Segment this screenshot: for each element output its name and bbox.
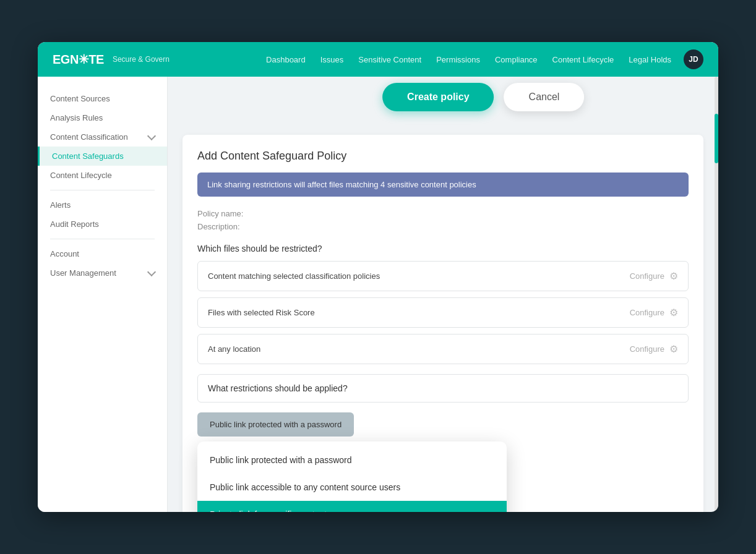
sidebar-label: Content Safeguards — [52, 151, 124, 161]
sidebar-item-alerts[interactable]: Alerts — [38, 195, 167, 215]
nav-permissions[interactable]: Permissions — [436, 55, 480, 64]
nav-links: Dashboard Issues Sensitive Content Permi… — [266, 55, 671, 64]
nav-issues[interactable]: Issues — [320, 55, 344, 64]
option-row-2[interactable]: At any location Configure ⚙ — [197, 334, 689, 364]
content-area: Create policy Cancel Add Content Safegua… — [168, 77, 718, 512]
option-label-1: Files with selected Risk Score — [208, 308, 315, 317]
description-row: Description: — [197, 222, 689, 231]
sidebar-label: Content Sources — [50, 94, 110, 103]
nav-legal-holds[interactable]: Legal Holds — [629, 55, 671, 64]
scroll-track — [715, 77, 718, 512]
restriction-dropdown: Public link protected with a password Pu… — [197, 441, 507, 512]
sidebar-item-audit-reports[interactable]: Audit Reports — [38, 215, 167, 234]
nav-content-lifecycle[interactable]: Content Lifecycle — [552, 55, 614, 64]
sidebar-item-analysis-rules[interactable]: Analysis Rules — [38, 108, 167, 127]
logo-icon: ✳ — [79, 53, 89, 66]
configure-area-1: Configure ⚙ — [630, 307, 678, 318]
sidebar-label: Content Lifecycle — [50, 171, 112, 180]
dropdown-item-1[interactable]: Public link accessible to any content so… — [197, 474, 507, 501]
sidebar-label: Content Classification — [50, 132, 128, 142]
scroll-thumb[interactable] — [715, 114, 718, 163]
nav-sensitive-content[interactable]: Sensitive Content — [358, 55, 421, 64]
nav-compliance[interactable]: Compliance — [495, 55, 538, 64]
sidebar-label: Analysis Rules — [50, 113, 103, 122]
chevron-down-icon — [147, 268, 156, 276]
logo-text: EGN✳TE — [53, 52, 104, 67]
info-banner: Link sharing restrictions will affect fi… — [197, 173, 689, 197]
sidebar-item-account[interactable]: Account — [38, 244, 167, 263]
policy-title: Add Content Safeguard Policy — [197, 150, 689, 163]
sidebar: Content Sources Analysis Rules Content C… — [38, 77, 168, 512]
option-row-1[interactable]: Files with selected Risk Score Configure… — [197, 297, 689, 328]
configure-area-0: Configure ⚙ — [630, 270, 678, 282]
sidebar-item-content-classification[interactable]: Content Classification — [38, 127, 167, 147]
cancel-button[interactable]: Cancel — [504, 83, 585, 111]
policy-card: Add Content Safeguard Policy Link sharin… — [183, 135, 703, 512]
sidebar-item-content-lifecycle[interactable]: Content Lifecycle — [38, 166, 167, 185]
configure-text-2[interactable]: Configure — [630, 344, 664, 354]
configure-text-1[interactable]: Configure — [630, 308, 664, 317]
chevron-down-icon — [147, 132, 156, 140]
action-bar: Create policy Cancel — [382, 83, 584, 111]
sidebar-label: Account — [50, 249, 79, 258]
configure-area-2: Configure ⚙ — [630, 343, 678, 355]
sidebar-label: Alerts — [50, 200, 71, 210]
sidebar-divider-2 — [50, 239, 155, 239]
create-policy-button[interactable]: Create policy — [382, 83, 494, 111]
description-label: Description: — [197, 222, 259, 231]
sidebar-label: User Management — [50, 268, 116, 278]
dropdown-item-2[interactable]: Private link for specific content source… — [197, 501, 507, 512]
restriction-question: What restrictions should be applied? — [197, 374, 689, 403]
main-layout: Content Sources Analysis Rules Content C… — [38, 77, 718, 512]
gear-icon-1[interactable]: ⚙ — [669, 307, 678, 318]
sidebar-item-content-sources[interactable]: Content Sources — [38, 89, 167, 108]
policy-name-row: Policy name: — [197, 209, 689, 218]
dropdown-item-0[interactable]: Public link protected with a password — [197, 446, 507, 474]
logo-subtitle: Secure & Govern — [113, 55, 170, 64]
option-label-0: Content matching selected classification… — [208, 271, 380, 281]
sidebar-label: Audit Reports — [50, 219, 99, 229]
app-window: EGN✳TE Secure & Govern Dashboard Issues … — [38, 42, 718, 512]
sidebar-divider-1 — [50, 190, 155, 190]
selected-restriction-button[interactable]: Public link protected with a password — [197, 412, 354, 437]
option-label-2: At any location — [208, 344, 260, 354]
policy-name-label: Policy name: — [197, 209, 259, 218]
configure-text-0[interactable]: Configure — [630, 271, 664, 281]
which-files-question: Which files should be restricted? — [197, 244, 689, 254]
top-nav: EGN✳TE Secure & Govern Dashboard Issues … — [38, 42, 718, 77]
option-row-0[interactable]: Content matching selected classification… — [197, 261, 689, 291]
nav-dashboard[interactable]: Dashboard — [266, 55, 306, 64]
logo-area: EGN✳TE Secure & Govern — [53, 52, 170, 67]
gear-icon-2[interactable]: ⚙ — [669, 343, 678, 355]
sidebar-item-content-safeguards[interactable]: Content Safeguards — [38, 147, 167, 166]
sidebar-item-user-management[interactable]: User Management — [38, 263, 167, 283]
gear-icon-0[interactable]: ⚙ — [669, 270, 678, 282]
user-avatar[interactable]: JD — [684, 49, 703, 69]
